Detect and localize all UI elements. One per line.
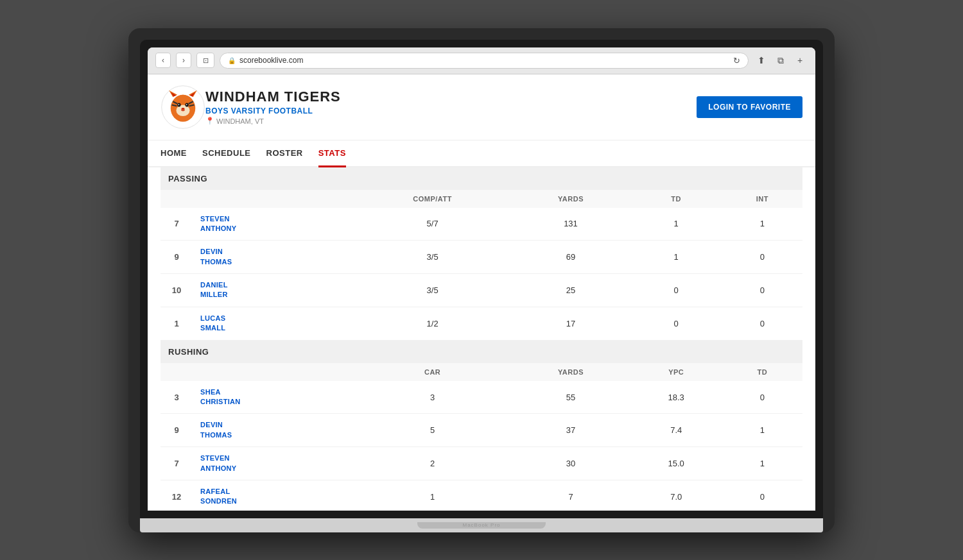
lock-icon: 🔒 <box>228 57 236 64</box>
player-name[interactable]: SHEACHRISTIAN <box>200 387 346 407</box>
player-number: 7 <box>160 208 193 241</box>
col-number <box>160 363 193 381</box>
forward-button[interactable]: › <box>176 53 191 68</box>
player-name[interactable]: LUCASSMALL <box>200 314 346 334</box>
stat-td: 0 <box>630 307 722 340</box>
player-number: 10 <box>160 274 193 307</box>
address-bar[interactable]: 🔒 scorebooklive.com ↻ <box>220 53 749 69</box>
stat-car: 1 <box>354 480 511 510</box>
team-name: WINDHAM TIGERS <box>205 89 697 105</box>
stat-ypc: 7.0 <box>630 480 722 510</box>
col-int: INT <box>722 190 802 208</box>
browser-window: ‹ › ⊡ 🔒 scorebooklive.com ↻ ⬆ ⧉ + <box>148 47 815 511</box>
col-yards: YARDS <box>511 363 630 381</box>
table-row: 7 STEVENANTHONY 2 30 15.0 1 <box>160 447 802 480</box>
stat-td: 1 <box>630 241 722 274</box>
table-row: 10 DANIELMILLER 3/5 25 0 0 <box>160 274 802 307</box>
col-comp-att: COMP/ATT <box>354 190 511 208</box>
stat-td: 0 <box>722 381 802 414</box>
stat-yards: 25 <box>511 274 630 307</box>
player-number: 3 <box>160 381 193 414</box>
stat-ypc: 18.3 <box>630 381 722 414</box>
nav-stats[interactable]: STATS <box>318 140 346 167</box>
laptop-base: MacBook Pro <box>140 518 823 532</box>
stat-int: 1 <box>722 208 802 241</box>
stat-int: 0 <box>722 274 802 307</box>
login-to-favorite-button[interactable]: LOGIN TO FAVORITE <box>697 96 802 118</box>
player-name[interactable]: DANIELMILLER <box>200 280 346 300</box>
table-row: 9 DEVINTHOMAS 5 37 7.4 1 <box>160 414 802 447</box>
rushing-label: RUSHING <box>160 340 802 363</box>
stat-yards: 17 <box>511 307 630 340</box>
player-name-cell: DEVINTHOMAS <box>193 241 354 274</box>
back-button[interactable]: ‹ <box>155 53 171 68</box>
stat-yards: 55 <box>511 381 630 414</box>
player-name[interactable]: STEVENANTHONY <box>200 214 346 234</box>
stat-ypc: 7.4 <box>630 414 722 447</box>
browser-content: WINDHAM TIGERS BOYS VARSITY FOOTBALL 📍 W… <box>148 74 815 511</box>
player-name-cell: STEVENANTHONY <box>193 447 354 480</box>
stat-ypc: 15.0 <box>630 447 722 480</box>
passing-label: PASSING <box>160 167 802 190</box>
player-name[interactable]: DEVINTHOMAS <box>200 247 346 267</box>
refresh-button[interactable]: ↻ <box>733 56 740 65</box>
col-name <box>193 363 354 381</box>
svg-point-14 <box>178 104 180 105</box>
team-subtitle: BOYS VARSITY FOOTBALL <box>205 106 697 115</box>
stat-comp-att: 5/7 <box>354 208 511 241</box>
svg-point-16 <box>181 107 184 110</box>
passing-section-header: PASSING <box>160 167 802 190</box>
stat-int: 0 <box>722 307 802 340</box>
team-location: 📍 WINDHAM, VT <box>205 117 697 125</box>
nav-schedule[interactable]: SCHEDULE <box>202 140 251 167</box>
stat-int: 0 <box>722 241 802 274</box>
player-number: 9 <box>160 414 193 447</box>
stat-td: 1 <box>722 447 802 480</box>
stat-yards: 37 <box>511 414 630 447</box>
player-name-cell: DEVINTHOMAS <box>193 414 354 447</box>
svg-point-15 <box>186 104 187 105</box>
stat-td: 1 <box>722 414 802 447</box>
stats-container: PASSING COMP/ATT YARDS TD INT 7 S <box>148 167 815 511</box>
stat-td: 0 <box>722 480 802 510</box>
share-button[interactable]: ⬆ <box>754 53 769 68</box>
player-name[interactable]: STEVENANTHONY <box>200 454 346 473</box>
player-name[interactable]: DEVINTHOMAS <box>200 420 346 440</box>
stat-td: 1 <box>630 208 722 241</box>
player-name-cell: DANIELMILLER <box>193 274 354 307</box>
stat-car: 2 <box>354 447 511 480</box>
player-number: 1 <box>160 307 193 340</box>
location-pin-icon: 📍 <box>205 117 214 125</box>
player-name-cell: LUCASSMALL <box>193 307 354 340</box>
site-nav: HOME SCHEDULE ROSTER STATS <box>148 140 815 167</box>
player-name[interactable]: RAFEALSONDREN <box>200 487 346 507</box>
site-header: WINDHAM TIGERS BOYS VARSITY FOOTBALL 📍 W… <box>148 74 815 140</box>
stat-comp-att: 1/2 <box>354 307 511 340</box>
laptop-frame: ‹ › ⊡ 🔒 scorebooklive.com ↻ ⬆ ⧉ + <box>128 28 835 532</box>
stat-yards: 7 <box>511 480 630 510</box>
table-row: 3 SHEACHRISTIAN 3 55 18.3 0 <box>160 381 802 414</box>
player-number: 7 <box>160 447 193 480</box>
table-row: 12 RAFEALSONDREN 1 7 7.0 0 <box>160 480 802 510</box>
stats-table: PASSING COMP/ATT YARDS TD INT 7 S <box>160 167 802 511</box>
nav-home[interactable]: HOME <box>160 140 187 167</box>
stat-yards: 131 <box>511 208 630 241</box>
player-name-cell: RAFEALSONDREN <box>193 480 354 510</box>
browser-actions: ⬆ ⧉ + <box>754 53 808 68</box>
col-yards: YARDS <box>511 190 630 208</box>
rushing-col-header: CAR YARDS YPC TD <box>160 363 802 381</box>
player-name-cell: STEVENANTHONY <box>193 208 354 241</box>
url-text: scorebooklive.com <box>239 56 303 65</box>
copy-button[interactable]: ⧉ <box>773 53 788 68</box>
screen-bezel: ‹ › ⊡ 🔒 scorebooklive.com ↻ ⬆ ⧉ + <box>140 40 823 518</box>
col-car: CAR <box>354 363 511 381</box>
nav-roster[interactable]: ROSTER <box>266 140 303 167</box>
tab-button[interactable]: ⊡ <box>196 53 214 68</box>
player-name-cell: SHEACHRISTIAN <box>193 381 354 414</box>
col-name <box>193 190 354 208</box>
rushing-section-header: RUSHING <box>160 340 802 363</box>
new-tab-button[interactable]: + <box>792 53 808 68</box>
stat-car: 3 <box>354 381 511 414</box>
stat-car: 5 <box>354 414 511 447</box>
laptop-brand: MacBook Pro <box>417 522 546 529</box>
